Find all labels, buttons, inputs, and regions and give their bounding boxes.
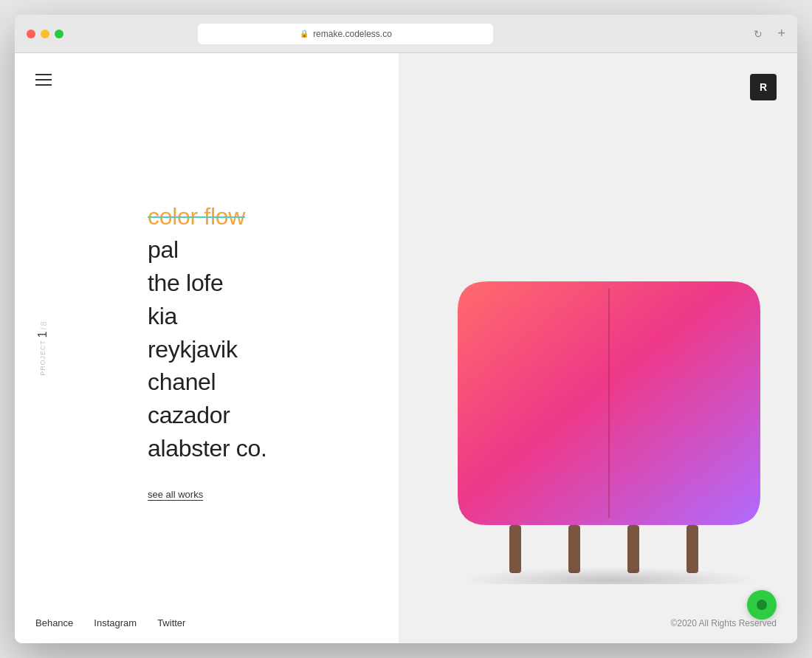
browser-window: 🔒 remake.codeless.co ↻ + Project 1 / [15, 15, 797, 643]
cabinet-svg [421, 274, 775, 584]
nav-content: color flow pal the lofe kia reykjavik ch… [15, 53, 399, 603]
project-counter-wrapper: Project 1 / 8 [35, 319, 50, 378]
traffic-light-red[interactable] [27, 30, 35, 38]
new-tab-button[interactable]: + [777, 26, 785, 41]
left-panel: Project 1 / 8 color flow pal the lofe ki… [15, 53, 399, 643]
project-item-7[interactable]: cazador [148, 399, 399, 432]
project-item-5[interactable]: reykjavik [148, 333, 399, 366]
page-content: Project 1 / 8 color flow pal the lofe ki… [15, 53, 797, 643]
url-text: remake.codeless.co [313, 29, 392, 39]
floating-button[interactable] [747, 590, 777, 620]
counter-separator: / [39, 326, 48, 330]
floating-button-inner [757, 600, 767, 610]
svg-rect-2 [568, 525, 580, 573]
hamburger-line-1 [35, 74, 52, 75]
browser-chrome: 🔒 remake.codeless.co ↻ + [15, 15, 797, 53]
svg-rect-3 [627, 525, 639, 573]
address-bar[interactable]: 🔒 remake.codeless.co [198, 24, 493, 44]
svg-point-5 [461, 567, 757, 584]
footer-left: Behance Instagram Twitter [15, 603, 399, 643]
project-item-3[interactable]: the lofe [148, 267, 399, 300]
counter-numbers: 1 / 8 [36, 321, 49, 337]
project-item-1[interactable]: color flow [148, 200, 399, 233]
menu-button[interactable] [35, 74, 52, 86]
cabinet-wrapper [421, 274, 775, 584]
counter-total: 8 [39, 321, 48, 326]
counter-label: Project [39, 340, 47, 375]
project-item-2[interactable]: pal [148, 233, 399, 267]
right-panel: R [399, 53, 797, 643]
footer-link-twitter[interactable]: Twitter [157, 617, 185, 628]
lock-icon: 🔒 [300, 30, 309, 38]
hamburger-line-3 [35, 84, 52, 86]
furniture-scene [399, 53, 797, 643]
see-all-link[interactable]: see all works [148, 489, 399, 500]
project-list: color flow pal the lofe kia reykjavik ch… [148, 200, 399, 465]
project-item-6[interactable]: chanel [148, 366, 399, 399]
counter-current: 1 [36, 331, 49, 337]
traffic-light-yellow[interactable] [41, 30, 49, 38]
footer-right: ©2020 All Rights Reserved [670, 618, 777, 628]
footer-link-behance[interactable]: Behance [35, 617, 73, 628]
hamburger-line-2 [35, 79, 52, 80]
copyright-text: ©2020 All Rights Reserved [670, 618, 777, 628]
traffic-lights [27, 30, 63, 38]
reload-button[interactable]: ↻ [754, 28, 763, 40]
svg-rect-1 [509, 525, 521, 573]
traffic-light-green[interactable] [55, 30, 63, 38]
svg-rect-4 [687, 525, 698, 573]
project-counter: Project 1 / 8 [36, 321, 49, 375]
project-item-4[interactable]: kia [148, 300, 399, 333]
footer-link-instagram[interactable]: Instagram [94, 617, 137, 628]
project-item-8[interactable]: alabster co. [148, 432, 399, 465]
